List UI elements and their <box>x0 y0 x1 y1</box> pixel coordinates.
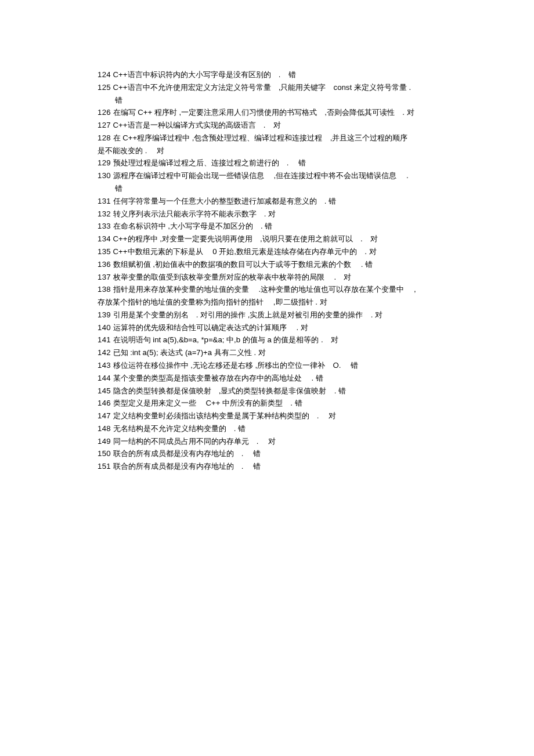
line-number: 129 <box>98 158 111 167</box>
line-text: 错 <box>115 96 122 104</box>
text-line: 134 C++的程序中 ,对变量一定要先说明再使用 ,说明只要在使用之前就可以 … <box>98 233 436 245</box>
text-line: 146 类型定义是用来定义一些 C++ 中所没有的新类型 . 错 <box>98 397 436 410</box>
line-text: 在说明语句 int a(5),&b=a, *p=&a; 中,b 的值与 a 的值… <box>113 335 338 344</box>
line-text: 已知 :int a(5); 表达式 (a=7)+a 具有二义性 . 对 <box>113 348 266 357</box>
line-number: 124 <box>98 70 111 79</box>
line-text: 在编写 C++ 程序时 ,一定要注意采用人们习惯使用的书写格式 ,否则会降低其可… <box>113 108 414 117</box>
line-number: 132 <box>98 209 111 218</box>
line-text: 定义结构变量时必须指出该结构变量是属于某种结构类型的 . 对 <box>113 411 337 420</box>
line-text: 源程序在编译过程中可能会出现一些错误信息 ,但在连接过程中将不会出现错误信息 . <box>113 171 409 180</box>
line-number: 138 <box>98 285 111 294</box>
line-number: 144 <box>98 374 111 382</box>
line-number: 130 <box>98 171 111 180</box>
text-line: 125 C++语言中不允许使用宏定义方法定义符号常量 ,只能用关键字 const… <box>98 81 436 94</box>
line-text: 移位运符在移位操作中 ,无论左移还是右移 ,所移出的空位一律补 O. 错 <box>113 361 359 370</box>
line-text: 无名结构是不允许定义结构变量的 . 错 <box>113 424 246 433</box>
line-number: 136 <box>98 260 111 269</box>
line-text: 同一结构的不同成员占用不同的内存单元 . 对 <box>113 437 276 446</box>
text-line: 127 C++语言是一种以编译方式实现的高级语言 . 对 <box>98 119 436 132</box>
text-line: 137 枚举变量的取值受到该枚举变量所对应的枚举表中枚举符的局限 . 对 <box>98 271 436 284</box>
line-text: 枚举变量的取值受到该枚举变量所对应的枚举表中枚举符的局限 . 对 <box>113 273 352 281</box>
text-line: 132 转义序列表示法只能表示字符不能表示数字 . 对 <box>98 208 436 220</box>
line-number: 134 <box>98 234 111 243</box>
text-line: 133 在命名标识符中 ,大小写字母是不加区分的 . 错 <box>98 220 436 233</box>
line-text: 转义序列表示法只能表示字符不能表示数字 . 对 <box>113 209 276 218</box>
text-line: 135 C++中数组元素的下标是从 0 开始,数组元素是连续存储在内存单元中的 … <box>98 245 436 258</box>
line-text: 存放某个指针的地址值的变量称为指向指针的指针 ,即二级指针 . 对 <box>98 298 327 306</box>
line-number: 131 <box>98 197 111 205</box>
text-line: 147 定义结构变量时必须指出该结构变量是属于某种结构类型的 . 对 <box>98 410 436 422</box>
line-number: 125 <box>98 83 111 92</box>
line-number: 140 <box>98 323 111 332</box>
line-number: 145 <box>98 386 111 395</box>
text-line: 124 C++语言中标识符内的大小写字母是没有区别的 . 错 <box>98 68 436 81</box>
document-page: 124 C++语言中标识符内的大小写字母是没有区别的 . 错125 C++语言中… <box>0 0 534 473</box>
line-number: 151 <box>98 462 111 471</box>
text-line: 149 同一结构的不同成员占用不同的内存单元 . 对 <box>98 435 436 448</box>
text-line: 136 数组赋初值 ,初始值表中的数据项的数目可以大于或等于数组元素的个数 . … <box>98 258 436 271</box>
line-text: 错 <box>115 184 122 193</box>
text-line: 131 任何字符常量与一个任意大小的整型数进行加减都是有意义的 . 错 <box>98 195 436 208</box>
text-line: 141 在说明语句 int a(5),&b=a, *p=&a; 中,b 的值与 … <box>98 334 436 346</box>
line-text: 运算符的优先级和结合性可以确定表达式的计算顺序 . 对 <box>113 323 308 332</box>
line-number: 139 <box>98 310 111 319</box>
text-line: 错 <box>98 94 436 107</box>
line-number: 150 <box>98 449 111 458</box>
line-number: 149 <box>98 437 111 446</box>
text-line: 138 指针是用来存放某种变量的地址值的变量 .这种变量的地址值也可以存放在某个… <box>98 283 436 296</box>
text-line: 145 隐含的类型转换都是保值映射 ,显式的类型转换都是非保值映射 . 错 <box>98 385 436 397</box>
line-number: 143 <box>98 361 111 370</box>
line-number: 135 <box>98 247 111 256</box>
line-text: C++的程序中 ,对变量一定要先说明再使用 ,说明只要在使用之前就可以 . 对 <box>113 234 378 243</box>
text-line: 151 联合的所有成员都是没有内存地址的 . 错 <box>98 460 436 473</box>
line-number: 128 <box>98 133 111 142</box>
text-line: 144 某个变量的类型高是指该变量被存放在内存中的高地址处 . 错 <box>98 372 436 385</box>
text-line: 存放某个指针的地址值的变量称为指向指针的指针 ,即二级指针 . 对 <box>98 296 436 309</box>
text-line: 129 预处理过程是编译过程之后、连接过程之前进行的 . 错 <box>98 157 436 169</box>
line-number: 127 <box>98 121 111 129</box>
text-line: 143 移位运符在移位操作中 ,无论左移还是右移 ,所移出的空位一律补 O. 错 <box>98 359 436 372</box>
text-line: 150 联合的所有成员都是没有内存地址的 . 错 <box>98 447 436 460</box>
line-number: 147 <box>98 411 111 420</box>
line-text: C++中数组元素的下标是从 0 开始,数组元素是连续存储在内存单元中的 . 对 <box>113 247 377 256</box>
line-text: 数组赋初值 ,初始值表中的数据项的数目可以大于或等于数组元素的个数 . 错 <box>113 260 373 269</box>
line-number: 148 <box>98 424 111 433</box>
line-text: 是不能改变的 . 对 <box>98 146 164 155</box>
text-line: 140 运算符的优先级和结合性可以确定表达式的计算顺序 . 对 <box>98 321 436 334</box>
line-text: 引用是某个变量的别名 . 对引用的操作 ,实质上就是对被引用的变量的操作 . 对 <box>113 310 383 319</box>
line-number: 137 <box>98 273 111 281</box>
line-text: 某个变量的类型高是指该变量被存放在内存中的高地址处 . 错 <box>113 374 323 382</box>
line-number: 142 <box>98 348 111 357</box>
text-line: 139 引用是某个变量的别名 . 对引用的操作 ,实质上就是对被引用的变量的操作… <box>98 309 436 321</box>
line-text: 指针是用来存放某种变量的地址值的变量 .这种变量的地址值也可以存放在某个变量中 … <box>113 285 416 294</box>
line-text: 类型定义是用来定义一些 C++ 中所没有的新类型 . 错 <box>113 399 302 407</box>
line-text: 任何字符常量与一个任意大小的整型数进行加减都是有意义的 . 错 <box>113 197 337 205</box>
line-text: 隐含的类型转换都是保值映射 ,显式的类型转换都是非保值映射 . 错 <box>113 386 346 395</box>
line-text: 在 C++程序编译过程中 ,包含预处理过程、编译过程和连接过程 ,并且这三个过程… <box>113 133 408 142</box>
text-line: 130 源程序在编译过程中可能会出现一些错误信息 ,但在连接过程中将不会出现错误… <box>98 169 436 182</box>
line-text: C++语言中不允许使用宏定义方法定义符号常量 ,只能用关键字 const 来定义… <box>113 83 412 92</box>
line-number: 146 <box>98 399 111 407</box>
line-text: 预处理过程是编译过程之后、连接过程之前进行的 . 错 <box>113 158 306 167</box>
line-text: 在命名标识符中 ,大小写字母是不加区分的 . 错 <box>113 222 273 230</box>
text-line: 是不能改变的 . 对 <box>98 144 436 157</box>
line-text: 联合的所有成员都是没有内存地址的 . 错 <box>113 449 261 458</box>
text-line: 128 在 C++程序编译过程中 ,包含预处理过程、编译过程和连接过程 ,并且这… <box>98 132 436 144</box>
line-number: 126 <box>98 108 111 117</box>
line-text: C++语言是一种以编译方式实现的高级语言 . 对 <box>113 121 281 129</box>
text-line: 错 <box>98 182 436 195</box>
text-line: 142 已知 :int a(5); 表达式 (a=7)+a 具有二义性 . 对 <box>98 346 436 359</box>
line-number: 133 <box>98 222 111 230</box>
line-text: C++语言中标识符内的大小写字母是没有区别的 . 错 <box>113 70 296 79</box>
text-line: 126 在编写 C++ 程序时 ,一定要注意采用人们习惯使用的书写格式 ,否则会… <box>98 106 436 119</box>
line-number: 141 <box>98 335 111 344</box>
line-text: 联合的所有成员都是没有内存地址的 . 错 <box>113 462 261 471</box>
text-line: 148 无名结构是不允许定义结构变量的 . 错 <box>98 422 436 435</box>
